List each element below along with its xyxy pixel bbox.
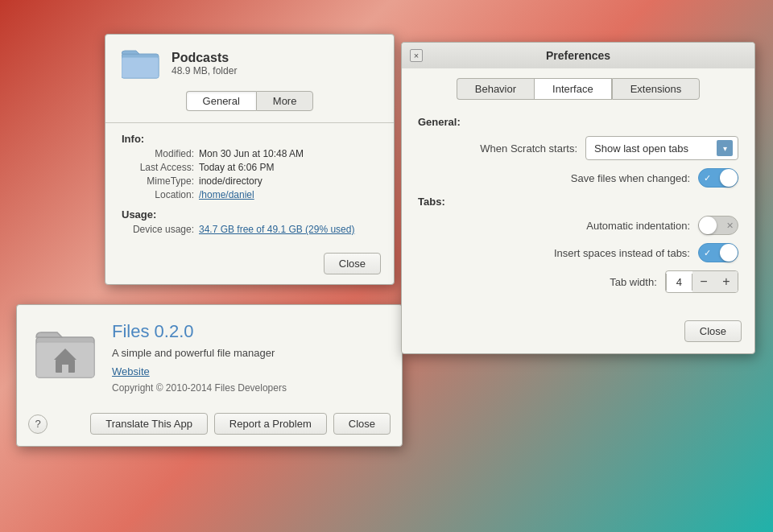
file-header: Podcasts 48.9 MB, folder	[122, 47, 378, 80]
app-copyright: Copyright © 2010-2014 Files Developers	[112, 382, 287, 394]
last-access-val: Today at 6:06 PM	[199, 162, 378, 173]
modified-val: Mon 30 Jun at 10:48 AM	[199, 148, 378, 159]
location-val[interactable]: /home/daniel	[199, 189, 378, 200]
file-title: Podcasts	[172, 51, 237, 65]
about-dialog: Files 0.2.0 A simple and powerful file m…	[16, 304, 403, 447]
usage-section: Usage: Device usage: 34.7 GB free of 49.…	[122, 208, 378, 235]
prefs-title: Preferences	[546, 49, 610, 62]
info-grid: Modified: Mon 30 Jun at 10:48 AM Last Ac…	[122, 148, 378, 200]
when-scratch-label: When Scratch starts:	[480, 142, 577, 155]
save-files-row: Save files when changed: ✓	[418, 168, 738, 188]
about-close-btn[interactable]: Close	[333, 413, 391, 435]
help-button[interactable]: ?	[28, 414, 48, 434]
auto-indent-row: Automatic indentation: ✕	[418, 216, 738, 235]
auto-indent-toggle[interactable]: ✕	[698, 216, 738, 235]
prefs-footer: Close	[402, 314, 754, 353]
file-tab-bar: General More	[122, 91, 378, 111]
folder-icon	[122, 47, 160, 80]
tab-width-increment[interactable]: +	[715, 271, 738, 292]
tab-width-stepper: 4 − +	[665, 270, 738, 293]
svg-rect-1	[122, 57, 159, 78]
tabs-section-label: Tabs:	[418, 196, 738, 208]
insert-spaces-toggle[interactable]: ✓	[698, 243, 738, 262]
usage-grid: Device usage: 34.7 GB free of 49.1 GB (2…	[122, 224, 378, 235]
prefs-close-btn[interactable]: Close	[684, 320, 742, 342]
prefs-body: General: When Scratch starts: Show last …	[402, 109, 754, 314]
about-text: Files 0.2.0 A simple and powerful file m…	[112, 321, 287, 394]
general-section-label: General:	[418, 116, 738, 128]
last-access-key: Last Access:	[122, 162, 194, 173]
prefs-tabs: Behavior Interface Extensions	[402, 68, 754, 109]
divider	[105, 122, 394, 123]
modified-key: Modified:	[122, 148, 194, 159]
about-footer: ? Translate This App Report a Problem Cl…	[17, 405, 402, 446]
mimetype-val: inode/directory	[199, 175, 378, 187]
app-name: Files 0.2.0	[112, 321, 287, 342]
usage-label: Usage:	[122, 208, 378, 221]
tab-more[interactable]: More	[256, 91, 314, 111]
app-desc: A simple and powerful file manager	[112, 347, 287, 359]
tab-width-row: Tab width: 4 − +	[418, 270, 738, 293]
toggle-check-icon: ✓	[704, 173, 711, 184]
file-subtitle: 48.9 MB, folder	[172, 65, 237, 76]
tab-width-decrement[interactable]: −	[692, 271, 715, 292]
svg-rect-6	[62, 365, 68, 373]
device-usage-val: 34.7 GB free of 49.1 GB (29% used)	[199, 224, 378, 235]
translate-btn[interactable]: Translate This App	[90, 413, 208, 435]
file-info-close-btn[interactable]: Close	[324, 253, 381, 274]
when-scratch-row: When Scratch starts: Show last open tabs…	[418, 136, 738, 160]
save-files-toggle[interactable]: ✓	[698, 168, 738, 188]
about-content: Files 0.2.0 A simple and powerful file m…	[17, 305, 402, 405]
tab-interface[interactable]: Interface	[534, 78, 612, 100]
prefs-close-x[interactable]: ×	[410, 49, 423, 62]
tab-width-label: Tab width:	[610, 276, 657, 288]
tab-behavior[interactable]: Behavior	[457, 78, 534, 100]
toggle-thumb-2	[699, 217, 717, 234]
app-website[interactable]: Website	[112, 365, 287, 377]
save-files-label: Save files when changed:	[571, 172, 690, 184]
toggle-check-icon-2: ✓	[704, 248, 711, 258]
auto-indent-label: Automatic indentation:	[586, 220, 690, 232]
mimetype-key: MimeType:	[122, 175, 194, 187]
location-key: Location:	[122, 189, 194, 200]
toggle-thumb-3	[720, 244, 738, 262]
preferences-dialog: × Preferences Behavior Interface Extensi…	[401, 42, 755, 354]
tab-extensions[interactable]: Extensions	[612, 78, 701, 100]
device-usage-key: Device usage:	[122, 224, 194, 235]
tab-general[interactable]: General	[186, 91, 256, 111]
prefs-titlebar: × Preferences	[402, 43, 754, 68]
insert-spaces-row: Insert spaces instead of tabs: ✓	[418, 243, 738, 262]
info-label: Info:	[122, 133, 378, 145]
insert-spaces-label: Insert spaces instead of tabs:	[554, 247, 690, 259]
dropdown-arrow-icon: ▾	[717, 140, 733, 156]
toggle-thumb	[720, 169, 738, 187]
scratch-dropdown[interactable]: Show last open tabs ▾	[585, 136, 738, 160]
app-icon	[33, 321, 97, 386]
toggle-x-icon: ✕	[726, 221, 734, 231]
scratch-dropdown-value: Show last open tabs	[594, 142, 712, 155]
info-section: Info: Modified: Mon 30 Jun at 10:48 AM L…	[122, 133, 378, 200]
tab-width-value: 4	[666, 274, 692, 291]
report-problem-btn[interactable]: Report a Problem	[214, 413, 327, 435]
file-info-footer: Close	[105, 245, 394, 284]
file-info-dialog: Podcasts 48.9 MB, folder General More In…	[105, 34, 395, 285]
